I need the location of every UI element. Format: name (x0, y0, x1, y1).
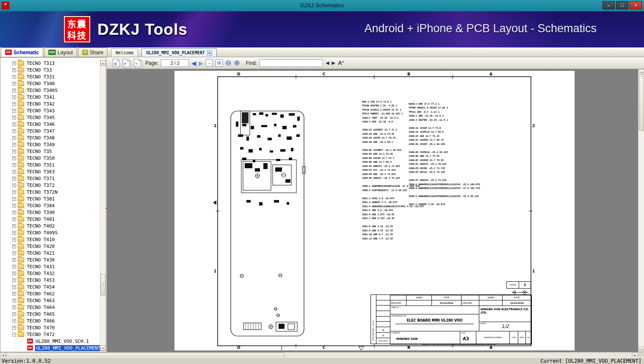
expand-icon[interactable]: + (12, 122, 16, 126)
tree-item-label[interactable]: TECNO T346 (26, 122, 55, 127)
tree-item[interactable]: +TECNO T33 (1, 67, 100, 73)
tree-item[interactable]: +TECNO T340 (1, 80, 100, 87)
tree-item-label[interactable]: TECNO T384 (26, 203, 55, 208)
expand-icon[interactable]: + (12, 278, 16, 282)
tree-item-label[interactable]: TECNO T466 (26, 318, 55, 324)
close-button[interactable]: × (630, 1, 642, 9)
tree-item[interactable]: +TECNO T313 (1, 60, 100, 67)
tree-item-label[interactable]: TECNO T464 (26, 305, 55, 310)
tree-item[interactable]: +TECNO T384 (1, 202, 100, 209)
tree-item-label[interactable]: TECNO T453 (26, 278, 55, 283)
expand-icon[interactable]: + (12, 95, 16, 99)
find-input[interactable] (260, 59, 323, 67)
expand-icon[interactable]: + (12, 156, 16, 160)
tree-item-label[interactable]: TECNO T432 (26, 271, 55, 276)
tree-item[interactable]: +TECNO T381 (1, 195, 100, 202)
tree-item-label[interactable]: TECNO T390 (26, 210, 55, 215)
tree-item[interactable]: +TECNO T351 (1, 161, 100, 168)
expand-icon[interactable]: + (12, 265, 16, 269)
tree-item-label[interactable]: TECNO T402 (26, 223, 55, 229)
expand-icon[interactable]: + (12, 211, 16, 214)
tree-item-label[interactable]: TECNO T345 (26, 115, 55, 120)
zoom-in-button[interactable]: ⊕ (234, 59, 240, 67)
fit-page-icon[interactable]: ⊞ (216, 59, 223, 67)
tree-item-label[interactable]: TECNO T340 (26, 81, 55, 86)
tree-item[interactable]: +TECNO T372N (1, 189, 100, 195)
expand-icon[interactable]: + (12, 177, 16, 181)
tree-item[interactable]: +TECNO T343 (1, 107, 100, 114)
tree-item-label[interactable]: TECNO T421 (26, 250, 55, 256)
tree-item-label[interactable]: TECNO T470 (26, 325, 55, 331)
tree-item-label[interactable]: TECNO T381 (26, 196, 55, 202)
horizontal-scrollbar[interactable]: ◀ ▶ (0, 352, 644, 357)
tree-item-label[interactable]: UL280_MMI_VOO_PLACEMENT (35, 345, 102, 351)
next-page-button[interactable]: ▶ (199, 60, 203, 66)
tree-item-label[interactable]: TECNO T341 (26, 94, 55, 100)
tree-item[interactable]: +TECNO T432 (1, 270, 100, 277)
tree-item-label[interactable]: TECNO T465 (26, 311, 55, 317)
expand-icon[interactable]: + (12, 109, 16, 113)
tree-item[interactable]: +TECNO T402 (1, 222, 100, 229)
tree-item-label[interactable]: TECNO T349 (26, 142, 55, 147)
expand-icon[interactable]: + (12, 190, 16, 194)
collapse-icon[interactable]: − (12, 333, 16, 336)
expand-icon[interactable]: + (12, 272, 16, 275)
tree-item-label[interactable]: TECNO T350 (26, 156, 55, 161)
expand-icon[interactable]: + (12, 306, 16, 309)
expand-icon[interactable]: + (12, 299, 16, 303)
tree-item-label[interactable]: TECNO T347 (26, 128, 55, 134)
expand-icon[interactable]: + (12, 75, 16, 79)
minimize-button[interactable]: – (603, 1, 615, 9)
tree-item-label[interactable]: TECNO T363 (26, 169, 55, 175)
tree-item[interactable]: +TECNO T401 (1, 216, 100, 222)
tree-item-label[interactable]: TECNO T313 (26, 61, 55, 66)
find-next-icon[interactable]: ▶ (332, 60, 335, 66)
close-icon[interactable]: × (207, 50, 212, 56)
scroll-up-icon[interactable]: ▲ (100, 60, 105, 66)
tree-item[interactable]: +TECNO T470 (1, 324, 100, 331)
expand-icon[interactable]: + (12, 183, 16, 187)
tree-item[interactable]: PDFUL280_MMI_VOO.SCH.1 (1, 338, 100, 345)
tree-item[interactable]: +TECNO T421 (1, 250, 100, 256)
expand-icon[interactable]: + (12, 204, 16, 208)
tree-item-label[interactable]: TECNO T401 (26, 217, 55, 222)
expand-icon[interactable]: + (12, 326, 16, 330)
tree-item[interactable]: +TECNO T390 (1, 209, 100, 216)
expand-icon[interactable]: + (12, 251, 16, 255)
expand-icon[interactable]: + (12, 292, 16, 296)
tree-item[interactable]: +TECNO T410 (1, 236, 100, 243)
tree-item[interactable]: +TECNO T346 (1, 121, 100, 128)
expand-icon[interactable]: + (12, 61, 16, 65)
expand-icon[interactable]: + (12, 163, 16, 167)
tree-item[interactable]: +TECNO T372 (1, 182, 100, 189)
tree-item[interactable]: +TECNO T463 (1, 297, 100, 304)
maximize-button[interactable]: □ (616, 1, 628, 9)
expand-icon[interactable]: + (12, 245, 16, 248)
tree-item[interactable]: +TECNO T462 (1, 290, 100, 297)
tree-item-label[interactable]: TECNO T351 (26, 162, 55, 168)
tree-item-label[interactable]: TECNO T33 (26, 67, 53, 73)
expand-icon[interactable]: + (12, 197, 16, 201)
tree-item-label[interactable]: TECNO T410 (26, 237, 55, 242)
tree-item[interactable]: +TECNO T371 (1, 175, 100, 182)
tree-item-label[interactable]: TECNO T331 (26, 74, 55, 80)
tab-welcome[interactable]: Welcome (111, 48, 138, 57)
tree-item[interactable]: +TECNO T348 (1, 134, 100, 141)
tree-item-label[interactable]: UL280_MMI_VOO.SCH.1 (35, 339, 90, 344)
tab-layout[interactable]: PADS Layout (44, 47, 77, 57)
find-prev-icon[interactable]: ◀ (326, 60, 329, 66)
tree-item[interactable]: +TECNO T341 (1, 94, 100, 100)
scroll-up-icon[interactable]: ▲ (639, 69, 644, 75)
tree-item-label[interactable]: TECNO T343 (26, 108, 55, 114)
font-size-icon[interactable]: Aa (338, 60, 344, 66)
snapshot-icon[interactable]: ✎ (134, 59, 141, 67)
tree-item-label[interactable]: TECNO T35 (26, 149, 53, 154)
tree-item-label[interactable]: TECNO T371 (26, 176, 55, 181)
tree-item[interactable]: +TECNO T430 (1, 256, 100, 263)
copy-page-icon[interactable]: ⇄ (122, 59, 130, 67)
prev-page-button[interactable]: ◀ (191, 60, 196, 66)
expand-icon[interactable]: + (12, 319, 16, 323)
page-input[interactable] (161, 59, 189, 67)
tree-item[interactable]: PDFUL280_MMI_VOO_PLACEMENT (1, 345, 100, 351)
tree-item[interactable]: +TECNO T464 (1, 304, 100, 311)
